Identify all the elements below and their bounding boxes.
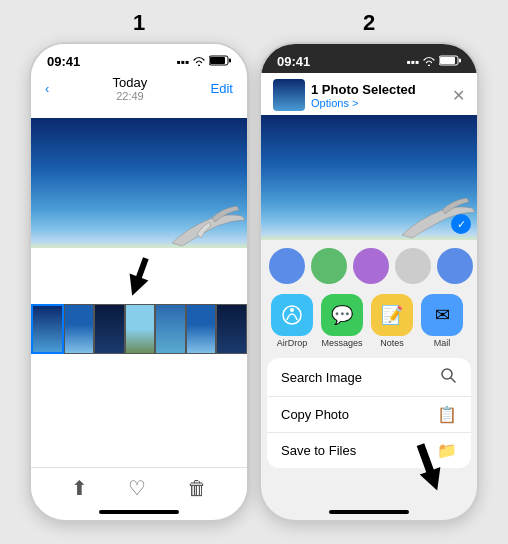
contacts-row [261, 240, 477, 288]
status-icons-2: ▪▪▪ [406, 55, 461, 69]
copy-photo-action[interactable]: Copy Photo 📋 [267, 397, 471, 433]
status-bar-2: 09:41 ▪▪▪ [261, 44, 477, 73]
time-label: 22:49 [113, 90, 148, 102]
wifi-icon-2 [422, 55, 436, 69]
mail-label: Mail [434, 338, 451, 348]
contact-item-1[interactable] [269, 248, 305, 284]
time-2: 09:41 [277, 54, 310, 69]
svg-line-10 [451, 378, 455, 382]
thumbnail-strip [31, 304, 247, 354]
step-2-wrapper: 2 09:41 ▪▪▪ [259, 10, 479, 522]
signal-icon-2: ▪▪▪ [406, 55, 419, 69]
phone-1: 09:41 ▪▪▪ ‹ Today 22:49 Ed [29, 42, 249, 522]
svg-rect-6 [459, 58, 461, 62]
contact-avatar-4 [395, 248, 431, 284]
airplane-wing-1 [167, 198, 247, 248]
time-1: 09:41 [47, 54, 80, 69]
notes-icon-circle: 📝 [371, 294, 413, 336]
share-header: 1 Photo Selected Options > ✕ [261, 73, 477, 115]
search-image-icon [439, 366, 457, 388]
contact-avatar-2 [311, 248, 347, 284]
thumb-selected[interactable] [31, 304, 64, 354]
search-image-label: Search Image [281, 370, 362, 385]
notes-label: Notes [380, 338, 404, 348]
contact-item-5[interactable] [437, 248, 473, 284]
contact-avatar-5 [437, 248, 473, 284]
share-header-left: 1 Photo Selected Options > [273, 79, 416, 111]
airdrop-icon-circle [271, 294, 313, 336]
arrow-1-icon [114, 252, 164, 302]
notes-item[interactable]: 📝 Notes [371, 294, 413, 348]
search-image-action[interactable]: Search Image [267, 358, 471, 397]
arrow-2-icon [402, 441, 457, 496]
messages-item[interactable]: 💬 Messages [321, 294, 363, 348]
status-bar-1: 09:41 ▪▪▪ [31, 44, 247, 73]
svg-point-8 [290, 308, 294, 312]
thumb-dark[interactable] [94, 304, 125, 354]
home-indicator-2 [329, 510, 409, 514]
step-2-label: 2 [363, 10, 375, 36]
contact-item-4[interactable] [395, 248, 431, 284]
thumb-sky[interactable] [64, 304, 95, 354]
heart-icon[interactable]: ♡ [128, 476, 146, 500]
trash-icon[interactable]: 🗑 [187, 477, 207, 500]
svg-marker-11 [410, 441, 447, 494]
arrow-1-container [31, 248, 247, 304]
close-button[interactable]: ✕ [452, 86, 465, 105]
thumb-sky-2[interactable] [186, 304, 217, 354]
photo-preview-2: ✓ [261, 115, 477, 240]
battery-icon [209, 55, 231, 69]
svg-marker-3 [123, 255, 155, 299]
signal-icon: ▪▪▪ [176, 55, 189, 69]
airdrop-label: AirDrop [277, 338, 308, 348]
svg-rect-2 [229, 58, 231, 62]
mail-item[interactable]: ✉ Mail [421, 294, 463, 348]
share-thumb-small [273, 79, 305, 111]
checkmark-badge: ✓ [451, 214, 471, 234]
svg-rect-1 [210, 57, 225, 64]
step-1-label: 1 [133, 10, 145, 36]
home-indicator-1 [99, 510, 179, 514]
share-options[interactable]: Options > [311, 97, 416, 109]
airdrop-item[interactable]: AirDrop [271, 294, 313, 348]
contact-avatar-1 [269, 248, 305, 284]
wifi-icon [192, 55, 206, 69]
contact-item-3[interactable] [353, 248, 389, 284]
step-1-wrapper: 1 09:41 ▪▪▪ ‹ Today [29, 10, 249, 522]
contact-item-2[interactable] [311, 248, 347, 284]
messages-icon-circle: 💬 [321, 294, 363, 336]
thumb-water[interactable] [155, 304, 186, 354]
status-icons-1: ▪▪▪ [176, 55, 231, 69]
nav-bar-1: ‹ Today 22:49 Edit [31, 73, 247, 108]
contact-avatar-3 [353, 248, 389, 284]
thumb-mountain[interactable] [125, 304, 156, 354]
share-header-text: 1 Photo Selected Options > [311, 82, 416, 109]
bottom-toolbar: ⬆ ♡ 🗑 [31, 467, 247, 506]
battery-icon-2 [439, 55, 461, 69]
phone-2: 09:41 ▪▪▪ 1 Photo Selected [259, 42, 479, 522]
share-title: 1 Photo Selected [311, 82, 416, 97]
edit-button[interactable]: Edit [211, 81, 233, 96]
back-button[interactable]: ‹ [45, 81, 49, 96]
app-icons-row: AirDrop 💬 Messages 📝 Notes ✉ Mail [261, 288, 477, 354]
date-label: Today [113, 75, 148, 90]
mail-icon-circle: ✉ [421, 294, 463, 336]
save-to-files-label: Save to Files [281, 443, 356, 458]
phone2-spacer [261, 472, 477, 506]
thumb-dark-2[interactable] [216, 304, 247, 354]
messages-label: Messages [321, 338, 362, 348]
share-icon[interactable]: ⬆ [71, 476, 88, 500]
copy-photo-icon: 📋 [437, 405, 457, 424]
copy-photo-label: Copy Photo [281, 407, 349, 422]
nav-center: Today 22:49 [113, 75, 148, 102]
svg-rect-5 [440, 57, 455, 64]
main-photo-1 [31, 118, 247, 248]
main-container: 1 09:41 ▪▪▪ ‹ Today [0, 0, 508, 544]
